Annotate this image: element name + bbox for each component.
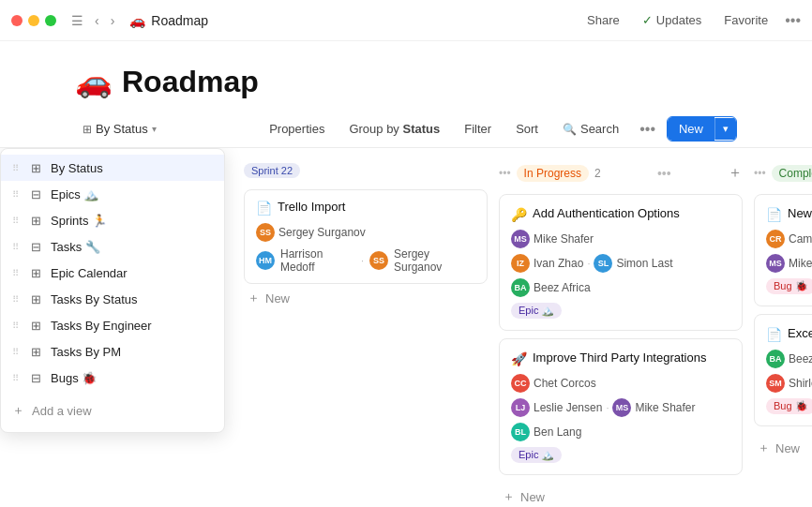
- card-assignees-row3: BA Beez Africa: [511, 278, 730, 297]
- drag-handle-icon: ⠿: [12, 347, 19, 357]
- sidebar-item-tasks-by-pm[interactable]: ⠿ ⊞ Tasks By PM •••: [1, 338, 224, 365]
- avatar: BA: [766, 350, 785, 368]
- sort-button[interactable]: Sort: [506, 118, 548, 140]
- card-assignees-row2: SM Shirley Miao · SS Shawn Sanchez: [766, 374, 812, 393]
- grid-icon: ⊞: [28, 214, 43, 228]
- title-more-button[interactable]: •••: [785, 12, 801, 29]
- table-icon: ⊟: [28, 371, 43, 385]
- doc-icon: 📄: [766, 327, 782, 342]
- title-text: Roadmap: [151, 13, 208, 28]
- view-selector[interactable]: ⊞ By Status ▾: [75, 118, 164, 140]
- column-complete: ••• Complete 🎉 2 ••• ＋ 📄 New Emojis Don'…: [754, 159, 812, 462]
- card-title: 🔑 Add Authentication Options: [511, 206, 730, 222]
- title-bar: ☰ ‹ › 🚗 Roadmap Share ✓ Updates Favorite…: [0, 0, 812, 41]
- add-card-btn-complete[interactable]: ＋ New: [754, 434, 812, 462]
- sidebar-item-bugs[interactable]: ⠿ ⊟ Bugs 🐞 •••: [1, 365, 224, 391]
- assignee-chet: Chet Corcos: [534, 377, 596, 390]
- nav-arrows: ‹ ›: [91, 11, 118, 30]
- card-tags: Bug 🐞 Sprint 21: [766, 398, 812, 414]
- close-button[interactable]: [11, 15, 23, 26]
- drag-handle-icon: ⠿: [12, 268, 19, 278]
- column-dots-button[interactable]: •••: [499, 167, 511, 180]
- favorite-button[interactable]: Favorite: [718, 11, 774, 29]
- drag-handle-icon: ⠿: [12, 189, 19, 200]
- sidebar-label-epic-calendar: Epic Calendar: [51, 266, 188, 280]
- add-view-button[interactable]: ＋ Add a view: [1, 395, 224, 426]
- add-label: New: [520, 490, 545, 502]
- toolbar-more-button[interactable]: •••: [634, 119, 661, 140]
- column-add-button[interactable]: ＋: [728, 163, 743, 183]
- card-third-party[interactable]: 🚀 Improve Third Party Integrations CC Ch…: [499, 338, 743, 475]
- card-emojis[interactable]: 📄 New Emojis Don't Render CR Camille Ric…: [754, 194, 812, 306]
- sidebar-label-by-status: By Status: [51, 161, 188, 175]
- assignee-ivan: Ivan Zhao: [534, 257, 583, 270]
- search-button[interactable]: 🔍 Search: [553, 118, 628, 140]
- sidebar-item-sprints[interactable]: ⠿ ⊞ Sprints 🏃 •••: [1, 207, 224, 233]
- column-count-in-progress: 2: [594, 167, 601, 180]
- updates-button[interactable]: ✓ Updates: [637, 11, 707, 29]
- assignee-name-3: Sergey Surganov: [394, 247, 475, 274]
- rocket-icon: 🚀: [511, 351, 527, 366]
- properties-button[interactable]: Properties: [260, 118, 334, 140]
- card-title: 📄 Trello Import: [256, 200, 475, 216]
- card-assignees: BA Beez Africa: [766, 350, 812, 368]
- card-title: 📄 New Emojis Don't Render: [766, 206, 812, 222]
- search-icon: 🔍: [563, 123, 577, 136]
- grid-icon: ⊞: [28, 292, 43, 306]
- trello-import-card[interactable]: 📄 Trello Import SS Sergey Surganov HM Ha…: [244, 189, 488, 284]
- table-icon: ⊟: [28, 240, 43, 254]
- add-card-btn-in-progress[interactable]: ＋ New: [499, 483, 743, 501]
- table-icon: ⊟: [28, 187, 43, 201]
- sprint-22-indicator: Sprint 22: [244, 159, 488, 182]
- sidebar-item-epics[interactable]: ⠿ ⊟ Epics 🏔️ •••: [1, 181, 224, 207]
- grid-icon: ⊞: [28, 345, 43, 359]
- page-title-text: Roadmap: [122, 65, 259, 99]
- forward-button[interactable]: ›: [107, 11, 119, 30]
- grid-icon: ⊞: [28, 319, 43, 333]
- plus-icon: ＋: [758, 440, 770, 456]
- card-tags: Epic 🏔️: [511, 303, 730, 319]
- avatar: SL: [594, 254, 612, 273]
- sidebar-item-tasks-by-status[interactable]: ⠿ ⊞ Tasks By Status •••: [1, 286, 224, 312]
- column-in-progress: Sprint 22 📄 Trello Import SS Sergey Surg…: [244, 159, 488, 312]
- assignee-mike3: Mike Shafer: [789, 257, 812, 270]
- key-icon: 🔑: [511, 207, 527, 222]
- new-button[interactable]: New: [668, 117, 714, 141]
- plus-icon: ＋: [12, 402, 24, 419]
- add-card-button-in-progress[interactable]: ＋ New: [244, 284, 488, 312]
- assignee-beez: Beez Africa: [534, 281, 591, 294]
- card-assignees: MS Mike Shafer: [511, 230, 730, 248]
- column-dots-button-complete[interactable]: •••: [754, 167, 766, 180]
- hamburger-icon[interactable]: ☰: [71, 13, 83, 28]
- drag-handle-icon: ⠿: [12, 163, 19, 173]
- avatar: SM: [766, 374, 785, 393]
- new-button-dropdown[interactable]: ▾: [714, 118, 736, 140]
- column-more-button[interactable]: •••: [657, 166, 671, 181]
- chevron-down-icon: ▾: [152, 124, 157, 134]
- sidebar-label-tasks-by-engineer: Tasks By Engineer: [51, 319, 188, 333]
- card-add-authentication[interactable]: 🔑 Add Authentication Options MS Mike Sha…: [499, 194, 743, 331]
- maximize-button[interactable]: [45, 15, 56, 26]
- card-title-text: Trello Import: [278, 200, 345, 214]
- sidebar-item-epic-calendar[interactable]: ⠿ ⊞ Epic Calendar •••: [1, 260, 224, 286]
- tag-bug: Bug 🐞: [766, 278, 812, 294]
- sidebar-label-tasks-by-pm: Tasks By PM: [51, 345, 188, 359]
- sidebar-item-tasks[interactable]: ⠿ ⊟ Tasks 🔧 •••: [1, 233, 224, 260]
- avatar: HM: [256, 251, 275, 270]
- group-by-button[interactable]: Group by Status: [339, 118, 449, 140]
- minimize-button[interactable]: [28, 15, 39, 26]
- card-title-text: New Emojis Don't Render: [788, 206, 812, 220]
- sidebar-label-tasks: Tasks 🔧: [51, 240, 188, 254]
- card-tags: Epic 🏔️: [511, 447, 730, 463]
- card-excel[interactable]: 📄 Excel Imports >20Mb Fail BA Beez Afric…: [754, 314, 812, 426]
- assignee-shirley: Shirley Miao: [789, 377, 812, 390]
- filter-button[interactable]: Filter: [455, 118, 501, 140]
- view-label: By Status: [96, 122, 148, 136]
- sidebar-item-by-status[interactable]: ⠿ ⊞ By Status •••: [1, 155, 224, 181]
- grid-icon: ⊞: [28, 266, 43, 280]
- share-button[interactable]: Share: [581, 11, 625, 29]
- back-button[interactable]: ‹: [91, 11, 103, 30]
- sidebar-item-tasks-by-engineer[interactable]: ⠿ ⊞ Tasks By Engineer •••: [1, 312, 224, 338]
- avatar: MS: [766, 254, 785, 273]
- card-tags: Bug 🐞 Sprint 21: [766, 278, 812, 294]
